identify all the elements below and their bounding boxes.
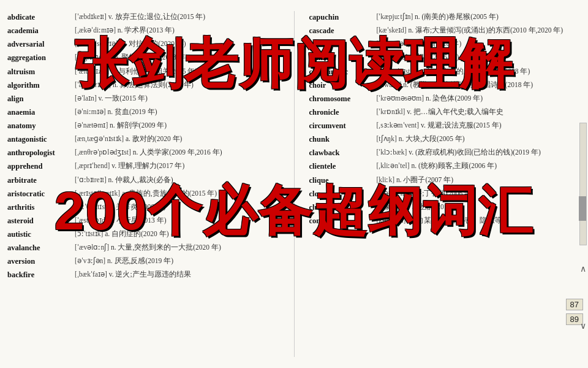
definition: [ˈæstərɔɪd] n. 小行星(2013 年)	[75, 215, 279, 226]
list-item: clientele [ˌkliːənˈtel] n. (统称)顾客,主顾(200…	[309, 160, 581, 172]
word: clique	[309, 175, 377, 186]
definition: [ˈælɡərɪðm] n. 算法,运算法则(2018 年)	[75, 80, 279, 90]
definition: [kæˈskeɪd] n. 瀑布;大量倾泻(或涌出)的东西(2010 年,202…	[377, 25, 581, 36]
list-item: clumplike a. 像树丛、花丛的(2013 年)	[309, 201, 581, 213]
definition: [ˌærɪstəˈkrætɪk] a. 贵族的,贵族气派的(2015 年)	[75, 188, 279, 199]
definition: [ænˌtæɡəˈnɪstɪk] a. 敌对的(2020 年)	[75, 134, 279, 144]
definition: [əˈvɜːʃən] n. 厌恶,反感(2019 年)	[75, 256, 279, 266]
list-item: circumvent [ˌsɜːkəmˈvent] v. 规避;设法克服(201…	[309, 120, 581, 132]
list-item: aversion [əˈvɜːʃən] n. 厌恶,反感(2019 年)	[7, 255, 279, 267]
definition: [ˌbækˈfaɪə] v. 逆火;产生与愿违的结果	[75, 269, 279, 280]
list-item: antagonistic [ænˌtæɡəˈnɪstɪk] a. 敌对的(202…	[7, 133, 279, 145]
definition: [kləʊv] n. 丁香;丁香树(2006 年)	[377, 188, 581, 199]
word: altruism	[7, 66, 75, 77]
word: arthritis	[7, 202, 75, 213]
list-item: align [əˈlaɪn] v. 一致(2015 年)	[7, 93, 279, 105]
definition: [ɔːˈtɪstɪk] a. 自闭症的(2020 年)	[75, 229, 279, 239]
word: algorithm	[7, 80, 75, 91]
list-item: chromosome [ˈkrəʊməsəʊm] n. 染色体(2009 年)	[309, 93, 581, 105]
word: anaemia	[7, 107, 75, 118]
list-item: chunk [tʃʌŋk] n. 大块,大段(2005 年)	[309, 133, 581, 145]
word: choir	[309, 80, 377, 91]
word: clawback	[309, 147, 377, 158]
definition: a. 像树丛、花丛的(2013 年)	[377, 202, 581, 212]
word: clove	[309, 188, 377, 199]
list-item: clique [kliːk] n. 小圈子(2007 年)	[309, 174, 581, 186]
word: anatomy	[7, 120, 75, 131]
word: casino	[309, 39, 377, 50]
definition: [ˌsɜːkəmˈvent] v. 规避;设法克服(2015 年)	[377, 120, 581, 131]
word: academia	[7, 25, 75, 36]
definition: [əˈlaɪn] v. 一致(2015 年)	[75, 93, 279, 104]
word: aversion	[7, 256, 75, 267]
word: chromosome	[309, 93, 377, 104]
definition: [ˈkrɒnɪkl] v. 把…编入年代史;载入编年史	[377, 107, 581, 117]
definition: [ˈæltruːɪzm] n. 与利他主义相关(2015 年)	[75, 66, 279, 77]
list-item: arbitrate [ˈɑːbɪtreɪt] n. 仲裁人,裁决(必备)	[7, 174, 279, 186]
list-item: anaemia [əˈniːmɪə] n. 贫血(2019 年)	[7, 106, 279, 118]
definition: [ˈæbdɪkeɪt] v. 放弃王位;退位,让位(2015 年)	[75, 12, 279, 22]
definition: [ˌʃəʊvɪˈnɪstɪk] a. 沙文主义的,盲目爱国的(2008 年)	[377, 66, 581, 77]
list-item: casino [kəˈsiːnəʊ] n. 赌场(2018 年)	[309, 38, 581, 50]
list-item: camara [ˈkæmərə] n. 相机(2015 年)	[309, 52, 581, 64]
list-item: avalanche [ˈævəlɑːnʃ] n. 大量,突然到来的一大批(202…	[7, 242, 279, 254]
definition: [kənˈfaɪd] v. (向某人)吐露(秘密、隐私等)	[377, 215, 581, 226]
word: abdicate	[7, 12, 75, 23]
list-item: chronicle [ˈkrɒnɪkl] v. 把…编入年代史;载入编年史	[309, 106, 581, 118]
word: capuchin	[309, 12, 377, 23]
definition: [ˌkliːənˈtel] n. (统称)顾客,主顾(2006 年)	[377, 161, 581, 171]
list-item: autistic [ɔːˈtɪstɪk] a. 自闭症的(2020 年)	[7, 228, 279, 240]
word: circumvent	[309, 120, 377, 131]
definition: [kliːk] n. 小圈子(2007 年)	[377, 175, 581, 185]
definition: [ˈklɔːbæk] v. (政府或机构)收回(已给出的钱)(2019 年)	[377, 147, 581, 158]
definition: [ˌædvəˈseərɪəl] a. 对抗性的(2020 年)	[75, 39, 279, 49]
list-item: aristocratic [ˌærɪstəˈkrætɪk] a. 贵族的,贵族气…	[7, 188, 279, 200]
word: align	[7, 93, 75, 104]
definition: [ˌæprɪˈhend] v. 理解,理解力(2017 年)	[75, 161, 279, 171]
word: avalanche	[7, 242, 75, 253]
definition: [ˈkæpjuːtʃɪn] n. (南美的)卷尾猴(2005 年)	[377, 12, 581, 22]
list-item: clove [kləʊv] n. 丁香;丁香树(2006 年)	[309, 188, 581, 200]
definition: [əˈniːmɪə] n. 贫血(2019 年)	[75, 107, 279, 117]
word: autistic	[7, 229, 75, 240]
list-item: academia [ˌækəˈdiːmɪə] n. 学术界(2013 年)	[7, 25, 279, 37]
list-item: algorithm [ˈælɡərɪðm] n. 算法,运算法则(2018 年)	[7, 79, 279, 91]
word: chronicle	[309, 107, 377, 118]
word: apprehend	[7, 161, 75, 172]
word: antagonistic	[7, 134, 75, 145]
left-column: abdicate [ˈæbdɪkeɪt] v. 放弃王位;退位,让位(2015 …	[7, 11, 279, 357]
word: chunk	[309, 134, 377, 145]
word: aggregation	[7, 52, 75, 63]
definition: [ˈkæmərə] n. 相机(2015 年)	[377, 52, 581, 63]
list-item: confide [kənˈfaɪd] v. (向某人)吐露(秘密、隐私等)	[309, 215, 581, 227]
list-item: aggregation [ˌægrɪˈɡeɪʃn] n. 聚集,聚集体(2018…	[7, 52, 279, 64]
list-item: altruism [ˈæltruːɪzm] n. 与利他主义相关(2015 年)	[7, 66, 279, 78]
word: clientele	[309, 161, 377, 172]
list-item: arthritis [ɑːˈθraɪtɪs] n. 关节炎(2006 年)	[7, 201, 279, 213]
list-item: anatomy [əˈnætəmɪ] n. 解剖学(2009 年)	[7, 120, 279, 132]
definition: [ˈɑːbɪtreɪt] n. 仲裁人,裁决(必备)	[75, 175, 279, 185]
definition: [ˈkwaɪə] n. (教堂、学校的)唱诗班;唱诗席(2018 年)	[377, 80, 581, 90]
word: aristocratic	[7, 188, 75, 199]
word: asteroid	[7, 215, 75, 226]
list-item: cascade [kæˈskeɪd] n. 瀑布;大量倾泻(或涌出)的东西(20…	[309, 25, 581, 37]
list-item: chauvinistic [ˌʃəʊvɪˈnɪstɪk] a. 沙文主义的,盲目…	[309, 66, 581, 78]
list-item: adversarial [ˌædvəˈseərɪəl] a. 对抗性的(2020…	[7, 38, 279, 50]
list-item: choir [ˈkwaɪə] n. (教堂、学校的)唱诗班;唱诗席(2018 年…	[309, 79, 581, 91]
word: chauvinistic	[309, 66, 377, 77]
word: backfire	[7, 269, 75, 280]
list-item: backfire [ˌbækˈfaɪə] v. 逆火;产生与愿违的结果	[7, 269, 279, 281]
right-column: capuchin [ˈkæpjuːtʃɪn] n. (南美的)卷尾猴(2005 …	[309, 11, 581, 357]
dictionary-content: abdicate [ˈæbdɪkeɪt] v. 放弃王位;退位,让位(2015 …	[0, 6, 588, 362]
definition: [ˌænθrəˈpɒlədʒɪst] n. 人类学家(2009 年,2016 年…	[75, 147, 279, 158]
definition: [ˌægrɪˈɡeɪʃn] n. 聚集,聚集体(2018 年)	[75, 52, 279, 63]
word: adversarial	[7, 39, 75, 50]
definition: [tʃʌŋk] n. 大块,大段(2005 年)	[377, 134, 581, 144]
word: anthropologist	[7, 147, 75, 158]
word: confide	[309, 215, 377, 226]
definition: [ˌækəˈdiːmɪə] n. 学术界(2013 年)	[75, 25, 279, 36]
list-item: clawback [ˈklɔːbæk] v. (政府或机构)收回(已给出的钱)(…	[309, 147, 581, 159]
column-divider	[294, 11, 295, 357]
word: arbitrate	[7, 175, 75, 186]
dictionary-background: abdicate [ˈæbdɪkeɪt] v. 放弃王位;退位,让位(2015 …	[0, 0, 588, 368]
